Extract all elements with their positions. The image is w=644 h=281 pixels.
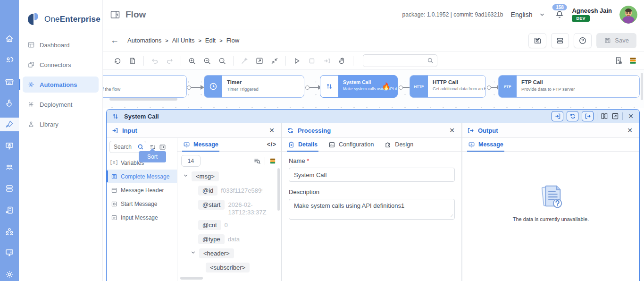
monitor-star-icon[interactable]: [0, 139, 19, 153]
node-title: Timer: [227, 79, 259, 85]
document-export-icon[interactable]: [0, 204, 19, 217]
redo-icon[interactable]: [166, 57, 174, 65]
touch-icon[interactable]: [0, 96, 19, 110]
status-legend-icon[interactable]: [269, 157, 276, 165]
brush-icon[interactable]: [0, 118, 19, 131]
tree-attr-type[interactable]: @type: [198, 234, 225, 244]
execution-log-icon[interactable]: [614, 56, 623, 65]
tree-attr-start[interactable]: @start: [198, 200, 225, 210]
breadcrumb-separator: >: [198, 38, 201, 43]
toggle-output-pane-button[interactable]: [582, 111, 594, 121]
node-title: FTP Call: [521, 79, 575, 85]
node-start[interactable]: Start Start of the flow: [103, 75, 187, 98]
flow-canvas[interactable]: Start Start of the flow Timer Timer Trig…: [103, 70, 644, 108]
zoom-in-icon[interactable]: [188, 57, 196, 65]
tree-attr-id[interactable]: @id: [198, 186, 217, 196]
sidebar-collapse-icon[interactable]: [110, 10, 120, 19]
description-field[interactable]: Make system calls using API definitions1: [289, 199, 455, 220]
node-subtitle: Timer Triggered: [227, 86, 259, 92]
node-ftp-call[interactable]: FTP FTP Call Provide data to FTP server: [498, 75, 640, 98]
canvas-hscrollbar[interactable]: [109, 98, 177, 101]
tree-node-subscriber[interactable]: <subscriber>: [206, 263, 250, 272]
list-item-message-header[interactable]: Message Header: [107, 183, 177, 197]
sidebar-item-deployment[interactable]: Deployment: [23, 96, 99, 112]
tab-configuration[interactable]: Configuration: [327, 138, 375, 151]
tree-attr-cnt[interactable]: @cnt: [198, 220, 221, 230]
tree-node-header[interactable]: <header>: [199, 248, 234, 258]
toggle-input-pane-button[interactable]: [552, 111, 563, 121]
tab-output-message[interactable]: Message: [467, 138, 504, 151]
list-item-label: Start Message: [121, 201, 157, 207]
store-icon[interactable]: [0, 75, 19, 88]
sidebar-item-connectors[interactable]: Connectors: [23, 57, 99, 73]
users-icon[interactable]: [0, 161, 19, 174]
breadcrumb-flow[interactable]: Flow: [226, 37, 239, 44]
filter-search-icon[interactable]: [253, 157, 261, 165]
automations-gear-icon: [27, 81, 35, 88]
step-into-icon[interactable]: [323, 57, 331, 65]
breadcrumb-all-units[interactable]: All Units: [172, 37, 195, 44]
sidebar-item-automations[interactable]: Automations: [23, 77, 99, 93]
breadcrumb-separator: >: [165, 38, 168, 43]
list-item-start-message[interactable]: Start Message: [107, 197, 177, 211]
close-processing-pane-icon[interactable]: ✕: [447, 127, 457, 134]
tab-details[interactable]: Details: [287, 138, 318, 151]
toggle-processing-pane-button[interactable]: [567, 111, 578, 121]
people-sync-icon[interactable]: [0, 53, 19, 67]
fit-screen-icon[interactable]: [255, 57, 264, 65]
node-timer[interactable]: Timer Timer Triggered: [204, 75, 304, 98]
tree-node-msg[interactable]: <msg>: [192, 171, 219, 181]
stop-icon[interactable]: [308, 57, 316, 65]
tab-message[interactable]: Message: [182, 138, 219, 151]
zoom-reset-icon[interactable]: [218, 57, 226, 65]
breadcrumb-automations[interactable]: Automations: [127, 37, 161, 44]
zoom-out-icon[interactable]: [203, 57, 211, 65]
notifications-bell[interactable]: 158: [555, 10, 564, 19]
node-http-call[interactable]: HTTP HTTP Call Get additional data from …: [410, 75, 486, 98]
language-selector[interactable]: English: [511, 11, 546, 18]
help-button[interactable]: [574, 33, 592, 48]
server-icon[interactable]: [0, 182, 19, 195]
avatar[interactable]: [619, 6, 637, 24]
node-detail-panel: System Call ✕ Input: [106, 109, 640, 281]
list-item-complete-message[interactable]: Complete Message: [107, 170, 177, 183]
sidebar-item-dashboard[interactable]: Dashboard: [23, 37, 99, 53]
settings-gear-icon[interactable]: [0, 268, 19, 281]
sidebar-item-library[interactable]: Library: [23, 116, 99, 132]
name-field[interactable]: [289, 168, 455, 182]
home-icon[interactable]: [0, 32, 19, 45]
save-button[interactable]: Save: [596, 33, 636, 48]
undo-icon[interactable]: [151, 57, 159, 65]
reset-view-icon[interactable]: [113, 57, 122, 65]
breadcrumb-edit[interactable]: Edit: [205, 37, 216, 44]
pan-hand-icon[interactable]: [338, 57, 346, 65]
close-input-pane-icon[interactable]: ✕: [267, 127, 276, 134]
close-panel-icon[interactable]: ✕: [626, 112, 636, 120]
font-size-selector[interactable]: 14: [181, 155, 201, 167]
back-arrow-icon[interactable]: ←: [110, 35, 119, 45]
close-output-pane-icon[interactable]: ✕: [625, 127, 635, 134]
node-system-call[interactable]: System Call Make system calls using API …: [320, 75, 398, 98]
chevron-down-icon[interactable]: [191, 250, 196, 255]
canvas-vscrollbar[interactable]: [641, 73, 643, 100]
save-version-button[interactable]: [528, 33, 546, 48]
canvas-search-input[interactable]: [363, 54, 437, 67]
collapse-nodes-icon[interactable]: [270, 57, 279, 65]
collapse-list-icon[interactable]: [159, 144, 166, 151]
open-in-window-icon[interactable]: [611, 112, 619, 120]
code-view-toggle[interactable]: </>: [267, 141, 276, 148]
split-columns-icon[interactable]: [601, 112, 608, 120]
layout-rows-button[interactable]: [551, 33, 569, 48]
package-info: package: 1.0.1952 | commit: 9ad16321b: [402, 11, 503, 18]
tree-hscrollbar[interactable]: [180, 277, 203, 280]
chevron-down-icon[interactable]: [183, 173, 188, 178]
status-legend-icon[interactable]: [628, 56, 637, 65]
notes-icon[interactable]: [128, 57, 137, 65]
run-icon[interactable]: [293, 57, 301, 65]
tree-vscrollbar[interactable]: [277, 168, 280, 211]
tab-design[interactable]: Design: [384, 138, 414, 151]
community-icon[interactable]: [0, 225, 19, 238]
list-item-input-message[interactable]: Input Message: [107, 211, 177, 224]
monitor-apps-icon[interactable]: [0, 246, 19, 259]
magic-wand-icon[interactable]: [240, 57, 249, 65]
